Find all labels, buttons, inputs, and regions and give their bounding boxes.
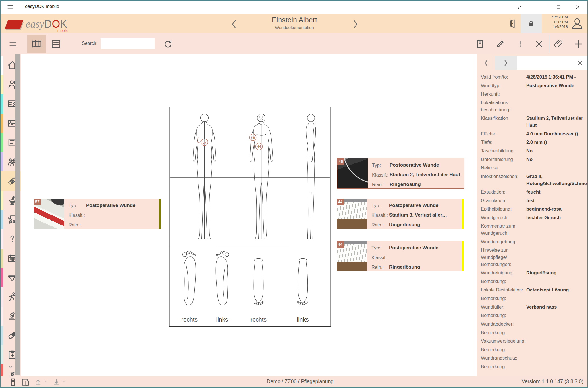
panel-field-value: beginnend-rosa [526,205,586,213]
delete-button[interactable] [533,37,546,51]
close-icon [577,60,583,66]
category-strip [1,133,3,152]
previous-patient-button[interactable] [228,18,240,30]
logout-button[interactable] [505,17,517,30]
panel-field-row: Lokalisations beschreibung: [481,98,586,114]
panel-field-label: Granulation: [481,197,525,204]
foot-label: links [216,316,228,323]
panel-field-label: Wundabdecker: [481,320,525,328]
context-breadcrumb: Demo / ZZ00 / Pflegeplanung [238,379,363,385]
wound-card-46[interactable]: 46 Typ:Postoperative Wunde Klassif.:Stad… [337,158,464,189]
panel-next-button[interactable] [495,56,517,70]
lock-button[interactable] [521,14,542,33]
list-view-button[interactable] [49,37,63,51]
panel-field-label: Epithelbildung: [481,205,525,213]
panel-close-button[interactable] [574,56,586,70]
card-field-label: Typ: [371,203,389,208]
wound-number-badge: 46 [337,158,344,165]
minimize-button[interactable] [532,1,545,14]
panel-field-value: feucht [526,188,586,196]
card-field-label: Klassif.: [372,172,390,178]
user-avatar[interactable] [569,15,585,32]
panel-field-row: Wundtyp:Postoperative Wunde [481,81,586,90]
panel-field-row: Lokale Desinfektion:Octenisept Lösung [481,286,586,294]
panel-field-label: Bemerkung: [481,295,525,302]
pencil-icon [495,39,505,49]
sidebar [1,54,21,376]
panel-field-row: Fläche:4.0 mm Durchmesser () [481,129,586,138]
upload-button[interactable] [32,377,44,388]
card-field-value: Postoperative Wunde [389,203,439,208]
panel-field-value [526,346,586,353]
panel-field-value: Ringerlösung [526,269,586,276]
panel-field-row: Vakuumversiegelung: [481,337,586,345]
wound-card-44a[interactable]: 44 Typ:Postoperative Wunde Klassif.:Stad… [337,199,464,229]
panel-field-label: Bemerkung: [481,312,525,319]
important-button[interactable] [514,37,527,51]
restore-button[interactable] [513,1,526,14]
category-strip [1,345,3,364]
panel-field-row: Bemerkung: [481,277,586,286]
body-map-view-button[interactable] [27,35,46,53]
attachment-button[interactable] [552,37,565,51]
wound-marker-44[interactable]: 44 [256,143,263,150]
bookmark-document-icon [475,39,485,49]
body-diagram[interactable]: rechts links rechts links 57 46 44 [169,107,331,327]
panel-field-row: Exsudation:feucht [481,188,586,196]
door-icon [506,18,516,29]
card-field-value: Ringerlösung [390,182,421,187]
card-field-value: Postoperative Wunde [86,203,136,208]
wound-card-57[interactable]: 57 Typ:Postoperative Wunde Klassif.: Rei… [34,199,161,229]
devices-sync-button[interactable] [20,377,31,388]
maximize-button[interactable] [552,1,565,14]
panel-field-row: Bemerkung: [481,294,586,303]
foot-label: rechts [181,316,198,323]
panel-field-label: Nekrose: [481,164,525,171]
hamburger-icon [8,40,18,48]
close-window-button[interactable] [571,1,584,14]
wound-card-44b[interactable]: 44 Typ:Postoperative Wunde Klassif.: Rei… [337,241,464,271]
panel-field-label: Vakuumversiegelung: [481,337,525,345]
wound-marker-57[interactable]: 57 [201,139,208,146]
panel-field-value: 2.0 mm () [526,139,586,146]
wound-marker-46[interactable]: 46 [250,134,256,141]
panel-field-value [526,320,586,328]
download-button[interactable] [51,377,62,388]
refresh-button[interactable] [161,37,174,51]
category-strip [1,287,3,307]
close-icon [575,4,581,10]
add-wound-button[interactable] [572,37,585,51]
status-bar: - - Demo / ZZ00 / Pflegeplanung Version:… [1,376,587,388]
search-input[interactable] [101,38,155,49]
panel-previous-button[interactable] [480,56,492,70]
panel-field-row: Granulation:fest [481,196,586,205]
sidebar-scrollbar[interactable] [15,54,20,375]
panel-field-value [526,164,586,171]
nav-menu-button[interactable] [6,37,19,51]
window-menu-button[interactable] [5,3,15,11]
panel-field-value: Octenisept Lösung [526,286,586,293]
panel-field-label: Infektionszeichen: [481,173,525,187]
chevron-left-icon [484,59,488,67]
card-field-value: Stadium 3, Verlust aller… [389,212,447,218]
window-title: easyDOK mobile [25,4,59,9]
next-patient-button[interactable] [349,18,361,30]
category-strip [1,210,3,229]
card-field-value: Postoperative Wunde [389,245,439,251]
panel-field-value [526,91,586,98]
title-bar: easyDOK mobile [1,1,587,14]
patient-name: Einstein Albert [252,16,337,24]
exclamation-icon [515,39,525,49]
foot-label: links [297,316,309,323]
panel-field-value [526,223,586,237]
logo-d: D [44,18,52,30]
edit-button[interactable] [494,37,507,51]
server-status-button[interactable] [7,377,19,388]
bookmark-document-button[interactable] [473,37,487,51]
toolbar-divider [549,35,549,53]
panel-field-label: Wundrandschutz: [481,355,525,362]
sidebar-scroll-more-button[interactable] [7,365,14,370]
panel-field-label: Tiefe: [481,139,525,146]
download-icon [52,378,61,387]
panel-field-label: Hinweise zur Wundpflege/ Bemerkungen: [481,247,525,268]
